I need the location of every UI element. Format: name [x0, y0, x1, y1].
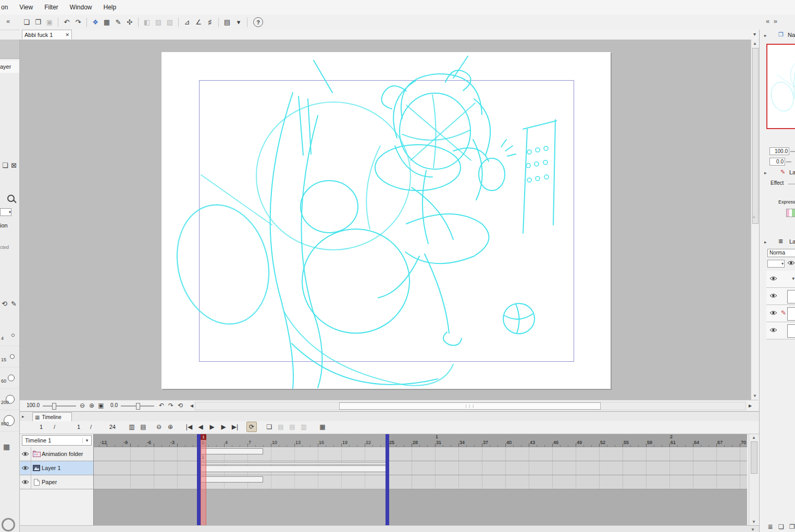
- menu-item-window[interactable]: Window: [64, 0, 98, 15]
- help-icon[interactable]: ?: [253, 17, 263, 27]
- cel-settings-button[interactable]: ▥: [299, 422, 309, 432]
- duplicate-page-icon[interactable]: ❐: [789, 523, 795, 531]
- new-page-icon[interactable]: ❏: [778, 523, 785, 531]
- canvas-area[interactable]: [20, 40, 751, 400]
- current-frame-value[interactable]: 1: [29, 424, 43, 430]
- fit-to-screen-icon[interactable]: ▣: [97, 401, 105, 410]
- snap-transform-icon[interactable]: ✣: [124, 17, 135, 28]
- timeline-lane-layer[interactable]: [94, 461, 747, 475]
- onion-settings-icon[interactable]: ▤: [138, 422, 148, 432]
- light-table-button[interactable]: ▦: [317, 422, 328, 432]
- brush-size-item[interactable]: 800: [0, 410, 19, 432]
- timeline-zoom-out-icon[interactable]: ⊖: [154, 422, 164, 432]
- capture-dropdown-icon[interactable]: ▾: [233, 17, 244, 28]
- brush-size-item[interactable]: 60: [0, 368, 19, 389]
- scroll-up-icon[interactable]: ▲: [751, 41, 759, 46]
- rotation-slider[interactable]: [121, 406, 154, 407]
- undo-icon[interactable]: ↶: [61, 17, 72, 28]
- canvas-vertical-scrollbar[interactable]: ▲ ≡ ▼: [751, 40, 759, 400]
- menu-item-help[interactable]: Help: [98, 0, 122, 15]
- layer-row[interactable]: ✎: [766, 305, 795, 322]
- visibility-toggle-icon[interactable]: [769, 276, 777, 282]
- document-tab[interactable]: Abbi fuck 1 ✕: [22, 30, 72, 39]
- layer-stack-icon[interactable]: ≣: [767, 523, 774, 531]
- timeline-zoom-in-icon[interactable]: ⊕: [165, 422, 176, 432]
- new-file-icon[interactable]: ❏: [21, 17, 32, 28]
- layer-visibility-icon[interactable]: [787, 260, 795, 267]
- timeline-lanes[interactable]: 1: [94, 447, 747, 489]
- specify-cel-button[interactable]: ▤: [276, 422, 286, 432]
- prev-frame-button[interactable]: ◀: [195, 422, 206, 432]
- reset-view-icon[interactable]: ⟲: [176, 401, 184, 410]
- loop-playback-button[interactable]: ⟳: [246, 422, 257, 432]
- onion-skin-icon[interactable]: ▥: [127, 422, 137, 432]
- timeline-ruler[interactable]: -12-9-6-31471013161922252831343740434649…: [94, 434, 747, 447]
- expression-color-strip[interactable]: [786, 209, 795, 217]
- magnifier-icon[interactable]: [7, 195, 15, 202]
- snap-ruler-icon[interactable]: ⊿: [181, 17, 193, 28]
- scrollbar-thumb[interactable]: [751, 441, 757, 474]
- scroll-right-icon[interactable]: ▸: [746, 401, 754, 410]
- timeline-lane-paper[interactable]: [94, 475, 747, 489]
- visibility-toggle-icon[interactable]: [20, 475, 31, 489]
- play-button[interactable]: ▶: [207, 422, 217, 432]
- scrollbar-grip[interactable]: ≡: [753, 217, 755, 219]
- navigator-rotation-field[interactable]: 0.0: [769, 158, 785, 166]
- scroll-down-icon[interactable]: ▼: [750, 527, 756, 532]
- scrollbar-thumb[interactable]: [752, 48, 759, 224]
- new-cel-button[interactable]: ❏: [264, 422, 275, 432]
- menu-item-view[interactable]: View: [14, 0, 39, 15]
- snap-perspective-icon[interactable]: ∠: [193, 17, 204, 28]
- brush-size-item[interactable]: 15: [0, 346, 19, 368]
- save-icon[interactable]: ▣: [44, 17, 55, 28]
- cel-bar[interactable]: [201, 462, 388, 464]
- track-row-animation-folder[interactable]: Animation folder: [20, 447, 94, 461]
- subtool-page-icon[interactable]: ❏: [2, 161, 8, 169]
- brush-size-item[interactable]: 4: [0, 325, 19, 346]
- track-row-layer-1[interactable]: Layer 1: [20, 461, 94, 475]
- delete-icon[interactable]: ⊠: [11, 161, 17, 169]
- zoom-out-icon[interactable]: ⊖: [78, 401, 86, 410]
- timeline-panel-menu-icon[interactable]: ▸: [22, 414, 24, 419]
- collapse-right-icon[interactable]: « »: [766, 17, 778, 25]
- panel-grid-icon[interactable]: ▦: [3, 442, 10, 451]
- color-wheel-icon[interactable]: [2, 518, 15, 531]
- next-frame-button[interactable]: ▶: [218, 422, 229, 432]
- navigator-zoom-slider[interactable]: [790, 151, 795, 152]
- timeline-vertical-scrollbar[interactable]: ▲ ▼: [749, 434, 759, 525]
- blend-mode-dropdown[interactable]: Norma: [767, 249, 795, 257]
- expand-icon[interactable]: ▾: [792, 276, 794, 281]
- scroll-up-icon[interactable]: ▲: [749, 435, 759, 440]
- go-end-button[interactable]: ▶|: [230, 422, 240, 432]
- timeline-tab[interactable]: ▦ Timeline: [32, 412, 72, 421]
- collapse-left-icon[interactable]: «: [6, 17, 10, 25]
- gradient-icon[interactable]: ▨: [153, 17, 164, 28]
- canvas-horizontal-scrollbar[interactable]: ❘❘❘: [195, 402, 746, 410]
- visibility-toggle-icon[interactable]: [769, 293, 777, 299]
- opacity-combo[interactable]: ▾: [767, 260, 785, 268]
- go-start-button[interactable]: |◀: [184, 422, 194, 432]
- zoom-slider[interactable]: [43, 406, 76, 407]
- navigator-preview[interactable]: [766, 44, 795, 129]
- rotation-slider-thumb[interactable]: [136, 403, 140, 410]
- canvas-page[interactable]: [162, 52, 611, 389]
- zoom-slider-thumb[interactable]: [52, 403, 56, 410]
- rotate-ccw-icon[interactable]: ↶: [157, 401, 166, 410]
- tab-overflow-icon[interactable]: ▾: [753, 31, 756, 37]
- layer-panel-menu-icon[interactable]: ▸: [764, 239, 767, 245]
- menu-item-filter[interactable]: Filter: [39, 0, 64, 15]
- end-frame-value[interactable]: 24: [102, 424, 116, 430]
- visibility-toggle-icon[interactable]: [769, 310, 777, 316]
- zoom-in-icon[interactable]: ⊕: [88, 401, 96, 410]
- tab-close-icon[interactable]: ✕: [65, 32, 69, 37]
- visibility-toggle-icon[interactable]: [20, 461, 31, 475]
- open-file-icon[interactable]: ❐: [32, 17, 44, 28]
- quick-mask-icon[interactable]: ✎: [113, 17, 124, 28]
- cel-bar[interactable]: [201, 465, 388, 472]
- layer-row[interactable]: ▾: [766, 271, 795, 288]
- visibility-toggle-icon[interactable]: [769, 327, 777, 334]
- brush-size-item[interactable]: 200: [0, 389, 19, 410]
- start-frame-value[interactable]: 1: [67, 424, 80, 430]
- layer-row[interactable]: [766, 322, 795, 339]
- timeline-lane-folder[interactable]: 1: [94, 447, 747, 461]
